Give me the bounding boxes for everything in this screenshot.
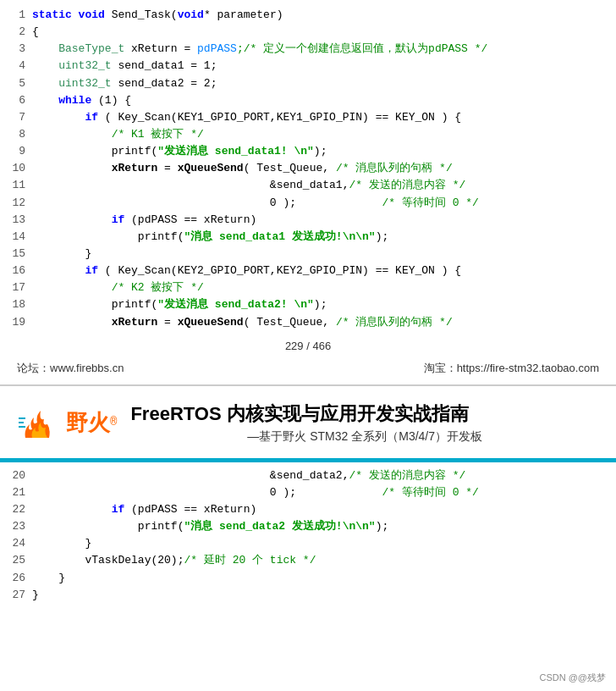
code-line: 14 printf("消息 send_data1 发送成功!\n\n"); [8,229,608,246]
cyan-divider [0,460,616,462]
line-number: 5 [8,75,32,92]
code-line: 12 0 ); /* 等待时间 0 */ [8,195,608,212]
line-number: 19 [8,314,32,331]
code-line: 24 } [8,535,608,552]
line-number: 12 [8,195,32,212]
bottom-code-section: 20 &send_data2,/* 发送的消息内容 */21 0 ); /* 等… [0,464,616,604]
code-content: /* K2 被按下 */ [32,279,608,296]
book-title-area: FreeRTOS 内核实现与应用开发实战指南 —基于野火 STM32 全系列（M… [130,401,599,445]
line-number: 24 [8,535,32,552]
code-content: BaseType_t xReturn = pdPASS;/* 定义一个创建信息返… [32,41,608,58]
code-content: if ( Key_Scan(KEY2_GPIO_PORT,KEY2_GPIO_P… [32,263,608,279]
code-content: while (1) { [32,92,608,109]
code-line: 9 printf("发送消息 send_data1! \n"); [8,143,608,160]
code-content: } [32,570,608,587]
logo-registered: ® [110,414,117,428]
code-content: &send_data2,/* 发送的消息内容 */ [32,467,608,484]
page-number: 229 / 466 [0,331,616,357]
code-content: { [32,24,608,41]
code-content: 0 ); /* 等待时间 0 */ [32,484,608,501]
code-content: if (pdPASS == xReturn) [32,212,608,229]
line-number: 23 [8,518,32,535]
code-content: xReturn = xQueueSend( Test_Queue, /* 消息队… [32,314,608,331]
code-content: 0 ); /* 等待时间 0 */ [32,195,608,212]
code-content: if ( Key_Scan(KEY1_GPIO_PORT,KEY1_GPIO_P… [32,109,608,126]
line-number: 14 [8,229,32,246]
code-line: 3 BaseType_t xReturn = pdPASS;/* 定义一个创建信… [8,41,608,58]
code-line: 2{ [8,24,608,41]
line-number: 13 [8,212,32,229]
code-line: 6 while (1) { [8,92,608,109]
line-number: 21 [8,484,32,501]
line-number: 20 [8,467,32,484]
code-line: 7 if ( Key_Scan(KEY1_GPIO_PORT,KEY1_GPIO… [8,109,608,126]
code-line: 15 } [8,246,608,263]
code-line: 16 if ( Key_Scan(KEY2_GPIO_PORT,KEY2_GPI… [8,263,608,279]
code-content: printf("消息 send_data2 发送成功!\n\n"); [32,518,608,535]
code-line: 17 /* K2 被按下 */ [8,279,608,296]
line-number: 6 [8,92,32,109]
footer-left: 论坛：www.firebbs.cn [17,361,124,376]
book-sub-title: —基于野火 STM32 全系列（M3/4/7）开发板 [130,429,599,445]
bottom-code-block: 20 &send_data2,/* 发送的消息内容 */21 0 ); /* 等… [0,467,616,604]
code-line: 10 xReturn = xQueueSend( Test_Queue, /* … [8,160,608,177]
logo-area: 野火® [17,406,117,439]
book-main-title: FreeRTOS 内核实现与应用开发实战指南 [130,401,599,427]
code-line: 22 if (pdPASS == xReturn) [8,501,608,518]
footer-right: 淘宝：https://fire-stm32.taobao.com [424,361,599,376]
code-line: 20 &send_data2,/* 发送的消息内容 */ [8,467,608,484]
code-line: 23 printf("消息 send_data2 发送成功!\n\n"); [8,518,608,535]
code-line: 5 uint32_t send_data2 = 2; [8,75,608,92]
line-number: 25 [8,552,32,569]
code-line: 21 0 ); /* 等待时间 0 */ [8,484,608,501]
line-number: 15 [8,246,32,263]
code-content: } [32,246,608,263]
line-number: 26 [8,570,32,587]
line-number: 16 [8,263,32,279]
code-line: 8 /* K1 被按下 */ [8,126,608,143]
code-line: 25 vTaskDelay(20);/* 延时 20 个 tick */ [8,552,608,569]
line-number: 17 [8,279,32,296]
line-number: 2 [8,24,32,41]
code-content: printf("发送消息 send_data2! \n"); [32,296,608,313]
line-number: 27 [8,587,32,604]
code-content: &send_data1,/* 发送的消息内容 */ [32,177,608,194]
line-number: 10 [8,160,32,177]
line-number: 1 [8,7,32,24]
code-content: /* K1 被按下 */ [32,126,608,143]
code-line: 27} [8,587,608,604]
line-number: 4 [8,58,32,75]
line-number: 7 [8,109,32,126]
top-code-block: 1static void Send_Task(void* parameter)2… [0,7,616,331]
code-content: if (pdPASS == xReturn) [32,501,608,518]
code-content: printf("发送消息 send_data1! \n"); [32,143,608,160]
line-number: 11 [8,177,32,194]
code-content: xReturn = xQueueSend( Test_Queue, /* 消息队… [32,160,608,177]
code-line: 4 uint32_t send_data1 = 1; [8,58,608,75]
logo-text-area: 野火® [66,408,117,438]
watermark: CSDN @@残梦 [539,672,606,684]
line-number: 18 [8,296,32,313]
code-line: 11 &send_data1,/* 发送的消息内容 */ [8,177,608,194]
logo-chinese: 野火 [66,410,110,435]
code-content: static void Send_Task(void* parameter) [32,7,608,24]
banner-section: 野火® FreeRTOS 内核实现与应用开发实战指南 —基于野火 STM32 全… [0,386,616,460]
code-line: 1static void Send_Task(void* parameter) [8,7,608,24]
code-content: } [32,535,608,552]
line-number: 3 [8,41,32,58]
top-code-section: 1static void Send_Task(void* parameter)2… [0,0,616,386]
code-content: vTaskDelay(20);/* 延时 20 个 tick */ [32,552,608,569]
code-line: 19 xReturn = xQueueSend( Test_Queue, /* … [8,314,608,331]
code-content: printf("消息 send_data1 发送成功!\n\n"); [32,229,608,246]
code-content: uint32_t send_data2 = 2; [32,75,608,92]
logo-icon [17,406,59,439]
footer-links: 论坛：www.firebbs.cn 淘宝：https://fire-stm32.… [0,357,616,384]
code-line: 13 if (pdPASS == xReturn) [8,212,608,229]
line-number: 22 [8,501,32,518]
code-line: 18 printf("发送消息 send_data2! \n"); [8,296,608,313]
line-number: 8 [8,126,32,143]
code-content: uint32_t send_data1 = 1; [32,58,608,75]
code-line: 26 } [8,570,608,587]
line-number: 9 [8,143,32,160]
code-content: } [32,587,608,604]
